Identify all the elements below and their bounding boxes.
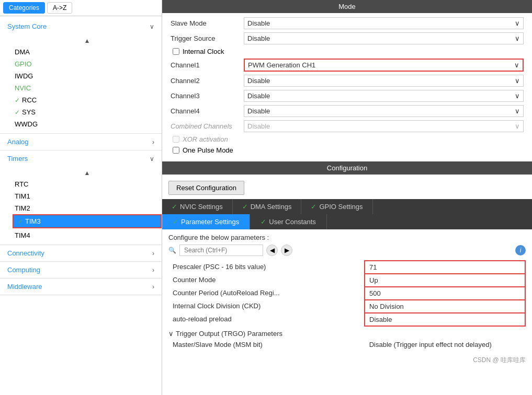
sidebar-item-iwdg[interactable]: IWDG	[13, 70, 162, 82]
user-constants-label: User Constants	[269, 218, 316, 226]
tab-gpio-settings[interactable]: ✓ GPIO Settings	[301, 199, 372, 214]
timers-chevron: ∨	[150, 155, 154, 162]
channel4-row: Channel4 Disable ∨	[171, 105, 524, 117]
tabs-row1: ✓ NVIC Settings ✓ DMA Settings ✓ GPIO Se…	[162, 199, 532, 214]
channel1-chevron-icon: ∨	[514, 61, 519, 69]
sidebar-item-gpio[interactable]: GPIO	[13, 58, 162, 70]
channel3-select[interactable]: Disable ∨	[244, 90, 524, 102]
sidebar-item-rtc[interactable]: RTC	[13, 178, 162, 190]
param-counter-mode-label: Counter Mode	[168, 274, 365, 287]
sidebar-tabs: Categories A->Z	[0, 0, 162, 16]
combined-channels-select[interactable]: Disable ∨	[244, 120, 524, 132]
param-settings-label: Parameter Settings	[181, 218, 239, 226]
internal-clock-row: Internal Clock	[171, 48, 524, 55]
search-icon: 🔍	[168, 247, 176, 254]
master-slave-label: Master/Slave Mode (MSM bit)	[168, 339, 365, 351]
computing-label: Computing	[7, 266, 40, 274]
watermark: CSDN @ 哇库哇库	[168, 356, 526, 365]
system-core-header[interactable]: System Core ∨	[0, 18, 162, 34]
system-core-label: System Core	[7, 22, 47, 30]
config-header: Configuration	[162, 161, 532, 175]
channel3-label: Channel3	[171, 92, 244, 100]
mode-area: Slave Mode Disable ∨ Trigger Source Disa…	[162, 13, 532, 161]
analog-header[interactable]: Analog ›	[0, 134, 162, 150]
combined-channels-row: Combined Channels Disable ∨	[171, 120, 524, 132]
sidebar-item-sys[interactable]: ✓ SYS	[13, 106, 162, 118]
param-ckd-value[interactable]: No Division	[365, 300, 525, 313]
table-row: Counter Mode Up	[168, 274, 525, 287]
system-core-items: ▲ DMA GPIO IWDG NVIC ✓ RCC ✓ SYS WWDG	[0, 34, 162, 133]
param-prescaler-value[interactable]: 71	[365, 261, 525, 274]
next-button[interactable]: ▶	[281, 245, 292, 256]
computing-chevron: ›	[152, 266, 154, 274]
one-pulse-label: One Pulse Mode	[183, 146, 233, 154]
channel2-select[interactable]: Disable ∨	[244, 75, 524, 87]
one-pulse-checkbox[interactable]	[173, 147, 179, 154]
xor-checkbox[interactable]	[173, 136, 179, 143]
trigger-source-row: Trigger Source Disable ∨	[171, 32, 524, 44]
tim3-selected-border: ✓ TIM3	[13, 214, 162, 228]
analog-chevron: ›	[152, 138, 154, 146]
channel3-chevron-icon: ∨	[515, 92, 520, 100]
tabs-row2: ✓ Parameter Settings ✓ User Constants	[162, 214, 532, 229]
sidebar-item-tim3[interactable]: ✓ TIM3	[14, 215, 161, 227]
info-icon: i	[515, 245, 526, 255]
tab-user-constants[interactable]: ✓ User Constants	[250, 214, 327, 229]
channel1-label: Channel1	[171, 61, 244, 69]
search-row: 🔍 ◀ ▶ i	[168, 245, 526, 256]
param-table: Prescaler (PSC - 16 bits value) 71 Count…	[168, 260, 526, 327]
sidebar-item-tim4[interactable]: TIM4	[13, 229, 162, 241]
nvic-check-icon: ✓	[172, 203, 177, 211]
tab-nvic-settings[interactable]: ✓ NVIC Settings	[162, 199, 233, 214]
internal-clock-checkbox[interactable]	[173, 48, 179, 55]
tab-az[interactable]: A->Z	[47, 2, 72, 14]
middleware-section: Middleware ›	[0, 278, 162, 295]
sidebar-item-tim1[interactable]: TIM1	[13, 190, 162, 202]
trigger-source-label: Trigger Source	[171, 34, 244, 42]
tim3-check-icon: ✓	[18, 218, 23, 225]
param-counter-period-value[interactable]: 500	[365, 287, 525, 300]
gpio-settings-label: GPIO Settings	[319, 203, 363, 211]
system-core-chevron: ∨	[150, 23, 154, 30]
master-slave-value[interactable]: Disable (Trigger input effect not delaye…	[365, 339, 526, 351]
channel2-label: Channel2	[171, 77, 244, 85]
search-input[interactable]	[179, 245, 263, 256]
param-counter-period-label: Counter Period (AutoReload Regi...	[168, 287, 365, 300]
sidebar-item-dma[interactable]: DMA	[13, 46, 162, 58]
prev-button[interactable]: ◀	[266, 245, 278, 256]
param-autoreload-value[interactable]: Disable	[365, 313, 525, 326]
computing-header[interactable]: Computing ›	[0, 262, 162, 278]
sidebar-item-rcc[interactable]: ✓ RCC	[13, 94, 162, 106]
gpio-check-icon: ✓	[311, 203, 316, 211]
table-row: Prescaler (PSC - 16 bits value) 71	[168, 261, 525, 274]
slave-mode-label: Slave Mode	[171, 19, 244, 27]
tab-categories[interactable]: Categories	[3, 2, 45, 14]
combined-channels-chevron-icon: ∨	[515, 122, 520, 130]
param-autoreload-label: auto-reload preload	[168, 313, 365, 326]
connectivity-header[interactable]: Connectivity ›	[0, 245, 162, 261]
nvic-settings-label: NVIC Settings	[180, 203, 223, 211]
trigger-source-select[interactable]: Disable ∨	[244, 32, 524, 44]
sidebar-item-nvic[interactable]: NVIC	[13, 82, 162, 94]
one-pulse-row: One Pulse Mode	[171, 146, 524, 154]
sidebar-item-tim2[interactable]: TIM2	[13, 202, 162, 214]
sidebar-item-wwdg[interactable]: WWDG	[13, 118, 162, 130]
tab-dma-settings[interactable]: ✓ DMA Settings	[233, 199, 302, 214]
xor-row: XOR activation	[171, 135, 524, 143]
params-area: Configure the below parameters : 🔍 ◀ ▶ i…	[162, 229, 532, 395]
timers-header[interactable]: Timers ∨	[0, 150, 162, 167]
channel2-chevron-icon: ∨	[515, 77, 520, 85]
sidebar: Categories A->Z System Core ∨ ▲ DMA GPIO…	[0, 0, 162, 395]
combined-channels-label: Combined Channels	[171, 122, 244, 130]
middleware-header[interactable]: Middleware ›	[0, 278, 162, 295]
slave-mode-select[interactable]: Disable ∨	[244, 17, 524, 29]
channel1-select[interactable]: PWM Generation CH1 ∨	[244, 59, 524, 72]
channel3-row: Channel3 Disable ∨	[171, 90, 524, 102]
trgo-group-label: Trigger Output (TRGO) Parameters	[176, 330, 282, 338]
channel4-select[interactable]: Disable ∨	[244, 105, 524, 117]
tab-parameter-settings[interactable]: ✓ Parameter Settings	[162, 214, 250, 229]
trgo-group-header: ∨ Trigger Output (TRGO) Parameters	[168, 327, 526, 339]
slave-mode-chevron-icon: ∨	[515, 19, 520, 27]
reset-config-button[interactable]: Reset Configuration	[168, 181, 244, 195]
param-counter-mode-value[interactable]: Up	[365, 274, 525, 287]
